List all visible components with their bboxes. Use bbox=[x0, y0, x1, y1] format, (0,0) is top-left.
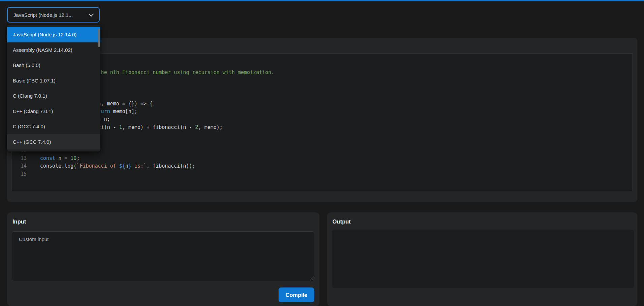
output-box bbox=[332, 230, 634, 288]
code-line[interactable]: 1 bbox=[11, 61, 629, 69]
code-line[interactable]: 15 bbox=[11, 170, 629, 178]
dropdown-item[interactable]: C (Clang 7.0.1) bbox=[7, 88, 100, 104]
code-line[interactable]: 14console.log(`Fibonacci of ${n} is:`, f… bbox=[11, 162, 629, 170]
dropdown-item[interactable]: Bash (5.0.0) bbox=[7, 58, 100, 73]
code-line[interactable]: 13const n = 10; bbox=[11, 155, 629, 162]
compile-button[interactable]: Compile bbox=[279, 287, 314, 302]
code-area[interactable]: 12// Program to find the nth Fibonacci n… bbox=[11, 61, 629, 178]
code-line[interactable]: 10 return memo[n]; bbox=[11, 131, 629, 139]
compiler-page: 12// Program to find the nth Fibonacci n… bbox=[0, 0, 644, 306]
code-line[interactable]: 12 bbox=[11, 147, 629, 155]
code-line[interactable]: 3 bbox=[11, 76, 629, 84]
code-line[interactable]: 7 if (n in memo) return memo[n]; bbox=[11, 108, 629, 115]
dropdown-item[interactable]: Basic (FBC 1.07.1) bbox=[7, 73, 100, 89]
code-editor[interactable]: 12// Program to find the nth Fibonacci n… bbox=[11, 53, 633, 191]
dropdown-scrollbar-thumb[interactable] bbox=[98, 29, 100, 47]
code-line[interactable]: 9 memo[n] = fibonacci(n - 1, memo) + fib… bbox=[11, 124, 629, 131]
language-select[interactable]: JavaScript (Node.js 12.1... bbox=[7, 7, 100, 23]
editor-scrollbar-track[interactable] bbox=[630, 54, 630, 191]
top-accent-bar bbox=[0, 0, 644, 1]
chevron-down-icon bbox=[89, 11, 94, 16]
code-line[interactable]: 8 if (n <= 1) return n; bbox=[11, 115, 629, 123]
code-line[interactable]: 2// Program to find the nth Fibonacci nu… bbox=[11, 69, 629, 76]
language-select-value: JavaScript (Node.js 12.1... bbox=[13, 12, 73, 18]
code-line[interactable]: 6const fibonacci = (n, memo = {}) => { bbox=[11, 100, 629, 108]
code-line[interactable]: 5 bbox=[11, 92, 629, 100]
code-text: console.log(`Fibonacci of ${n} is:`, fib… bbox=[27, 162, 195, 170]
dropdown-item[interactable]: C++ (Clang 7.0.1) bbox=[7, 104, 100, 119]
line-number: 14 bbox=[11, 162, 27, 170]
line-number: 15 bbox=[11, 170, 27, 178]
code-editor-panel: 12// Program to find the nth Fibonacci n… bbox=[7, 38, 637, 202]
code-line[interactable]: 11}; bbox=[11, 139, 629, 147]
code-text: const n = 10; bbox=[27, 155, 79, 162]
output-panel-title: Output bbox=[332, 218, 351, 225]
input-panel: Input Compile bbox=[7, 212, 319, 306]
dropdown-item[interactable]: Assembly (NASM 2.14.02) bbox=[7, 42, 100, 58]
dropdown-item[interactable]: JavaScript (Node.js 12.14.0) bbox=[7, 27, 100, 42]
code-text bbox=[27, 170, 40, 178]
line-number: 13 bbox=[11, 155, 27, 162]
dropdown-item[interactable]: C++ (GCC 7.4.0) bbox=[7, 134, 100, 150]
input-panel-title: Input bbox=[12, 218, 26, 225]
custom-input-textarea[interactable] bbox=[12, 231, 314, 281]
code-line[interactable]: 4 bbox=[11, 84, 629, 92]
dropdown-item[interactable]: C (GCC 7.4.0) bbox=[7, 119, 100, 134]
language-dropdown: JavaScript (Node.js 12.14.0)Assembly (NA… bbox=[7, 25, 100, 151]
output-panel: Output bbox=[327, 212, 637, 306]
